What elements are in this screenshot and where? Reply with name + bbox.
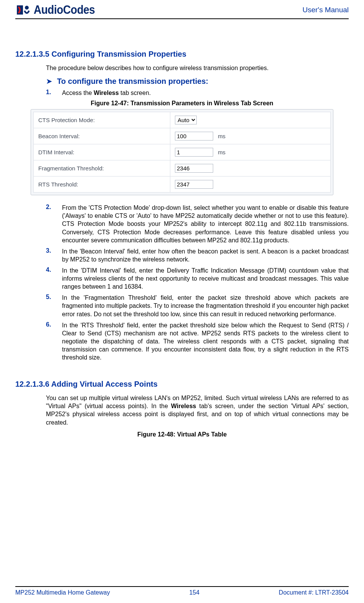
step-body: In the 'Fragmentation Threshold' field, … — [62, 294, 349, 318]
step-body: From the 'CTS Protection Mode' drop-down… — [62, 204, 349, 244]
step-body: In the 'Beacon Interval' field, enter ho… — [62, 247, 349, 263]
brand-name: AudioCodes — [34, 3, 95, 17]
param-label: RTS Threshold: — [34, 176, 170, 193]
paragraph-bold: Wireless — [171, 403, 196, 409]
wireless-params-panel: CTS Protection Mode: Auto Beacon Interva… — [31, 109, 333, 195]
figure-caption: Figure 12-47: Transmission Parameters in… — [15, 100, 349, 107]
unit-label: ms — [218, 149, 225, 155]
param-label: DTIM Interval: — [34, 144, 170, 160]
param-label: Beacon Interval: — [34, 128, 170, 144]
step-number: 6. — [46, 321, 54, 362]
step-number: 4. — [46, 266, 54, 291]
param-value-cell: ms — [170, 128, 330, 144]
brand-logo: AudioCodes — [15, 4, 95, 16]
procedure-heading: To configure the transmission properties… — [57, 77, 208, 86]
section-number: 12.2.1.3.6 — [15, 380, 49, 388]
header-rule — [15, 18, 349, 19]
svg-point-1 — [25, 6, 29, 10]
beacon-interval-input[interactable] — [175, 132, 213, 141]
section-paragraph: You can set up multiple virtual wireless… — [46, 394, 349, 426]
cts-protection-select[interactable]: Auto — [175, 116, 197, 124]
param-value-cell: ms — [170, 144, 330, 160]
param-value-cell: Auto — [170, 112, 330, 128]
fragmentation-threshold-input[interactable] — [175, 164, 213, 173]
section-title: Configuring Transmission Properties — [52, 50, 186, 58]
param-value-cell — [170, 160, 330, 176]
procedure-arrow-icon: ➤ — [46, 77, 52, 86]
figure-caption: Figure 12-48: Virtual APs Table — [15, 431, 349, 438]
param-label: Fragmentation Threshold: — [34, 160, 170, 176]
step-number: 1. — [46, 89, 54, 97]
section-number: 12.2.1.3.5 — [15, 50, 49, 58]
step-bold: Wireless — [94, 90, 119, 96]
step-number: 2. — [46, 204, 54, 244]
footer-rule — [15, 586, 349, 587]
step-text: tab screen. — [119, 90, 151, 96]
footer-center: 154 — [189, 589, 199, 596]
audiocodes-logo-icon — [15, 4, 31, 16]
step-text: Access the — [62, 90, 94, 96]
unit-label: ms — [218, 133, 225, 139]
rts-threshold-input[interactable] — [175, 180, 213, 189]
step-number: 5. — [46, 294, 54, 318]
step-body: In the 'RTS Threshold' field, enter the … — [62, 321, 349, 362]
dtim-interval-input[interactable] — [175, 148, 213, 157]
section-intro: The procedure below describes how to con… — [46, 64, 349, 72]
step-number: 3. — [46, 247, 54, 263]
section-heading: 12.2.1.3.6 Adding Virtual Access Points — [15, 380, 349, 389]
footer-right: Document #: LTRT-23504 — [279, 589, 349, 596]
section-heading: 12.2.1.3.5 Configuring Transmission Prop… — [15, 50, 349, 59]
step-body: In the 'DTIM Interval' field, enter the … — [62, 266, 349, 291]
header-right-label: User's Manual — [302, 6, 349, 14]
section-title: Adding Virtual Access Points — [51, 380, 158, 388]
param-label: CTS Protection Mode: — [34, 112, 170, 128]
param-value-cell — [170, 176, 330, 193]
step-body: Access the Wireless tab screen. — [62, 89, 349, 97]
footer-left: MP252 Multimedia Home Gateway — [15, 589, 110, 596]
